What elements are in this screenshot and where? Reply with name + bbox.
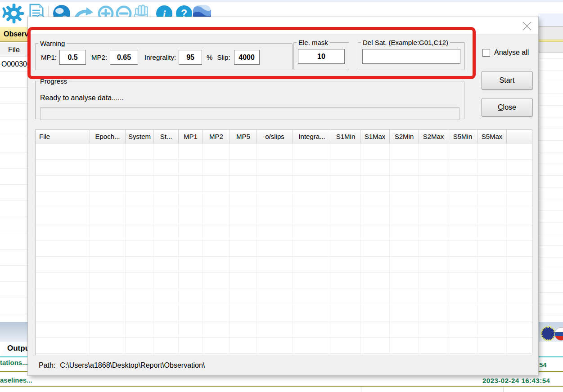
list-row-separator (538, 105, 563, 106)
close-button-rest: lose (503, 103, 516, 111)
list-row-separator (538, 234, 563, 234)
column-header-s5min[interactable]: S5Min (448, 130, 477, 143)
path-label: Path: (39, 361, 55, 369)
column-header-mp2[interactable]: MP2 (203, 130, 230, 143)
column-header-mp5[interactable]: MP5 (230, 130, 257, 143)
tab-observation[interactable]: Observ (0, 27, 28, 42)
grid-line (230, 143, 230, 355)
list-row-separator (538, 269, 563, 269)
progress-bar (40, 107, 459, 120)
slip-input[interactable] (234, 50, 260, 65)
checkbox-box[interactable] (482, 49, 490, 57)
list-row-separator (538, 152, 563, 152)
eu-flag-icon (541, 327, 555, 340)
close-icon[interactable] (520, 19, 534, 33)
column-header-epoch[interactable]: Epoch... (90, 130, 126, 143)
delete-satellite-input[interactable] (362, 49, 460, 64)
list-row-separator (538, 245, 563, 246)
log-line-stations: tations... (0, 359, 28, 366)
progress-group: Progress Ready to analyse data...... (35, 77, 464, 119)
log-row-divider (0, 386, 563, 387)
column-header-oslips[interactable]: o/slips (257, 130, 293, 143)
grid-line (153, 143, 154, 355)
column-header-system[interactable]: System (126, 130, 154, 143)
settings-gear-icon[interactable] (4, 3, 24, 24)
analyse-all-label: Analyse all (494, 49, 529, 57)
column-header-st[interactable]: St... (154, 130, 179, 143)
list-row-separator (0, 120, 28, 120)
analyse-all-checkbox[interactable]: Analyse all (482, 49, 529, 57)
list-row-separator (0, 184, 28, 185)
list-row-separator (0, 217, 28, 217)
column-header-s2min[interactable]: S2Min (390, 130, 419, 143)
log-row-divider (0, 371, 28, 372)
column-header-s1min[interactable]: S1Min (331, 130, 360, 143)
list-row-separator (538, 70, 563, 71)
log-line-baselines: aselines... (0, 376, 32, 384)
list-row-separator (538, 210, 563, 211)
list-row-separator (538, 94, 563, 94)
tab-output[interactable]: Output (0, 342, 28, 356)
column-header-mp1[interactable]: MP1 (179, 130, 203, 143)
elevation-mask-group: Ele. mask (293, 39, 349, 70)
mp2-input[interactable] (110, 50, 138, 65)
inregrality-input[interactable] (179, 50, 202, 65)
right-menu-band (538, 13, 563, 26)
path-value: C:\Users\a1868\Desktop\Report\Observatio… (60, 361, 205, 369)
mp1-input[interactable] (59, 50, 86, 65)
warning-group: Warning MP1: MP2: Inregrality: % Slip: (35, 40, 293, 70)
list-row-separator (0, 152, 28, 152)
results-table-body (36, 143, 532, 355)
column-header-s2max[interactable]: S2Max (419, 130, 448, 143)
warning-group-title: Warning (38, 40, 67, 47)
list-row-separator (0, 233, 28, 233)
list-row-separator (538, 222, 563, 223)
list-row-separator (538, 316, 563, 316)
list-row-separator (0, 314, 28, 314)
list-row-separator (538, 129, 563, 129)
log-timestamp: 2023-02-24 16:43:54 (482, 377, 550, 384)
list-row-separator (0, 298, 28, 298)
right-gray-band (538, 27, 563, 40)
list-row-separator (0, 87, 28, 88)
list-row-separator (538, 199, 563, 199)
grid-line (389, 143, 390, 355)
list-row-separator (0, 200, 28, 201)
list-row-separator (538, 117, 563, 117)
grid-line (419, 143, 419, 355)
column-header-s5max[interactable]: S5Max (477, 130, 507, 143)
left-status-band (0, 322, 28, 342)
results-table-header: FileEpoch...SystemSt...MP1MP2MP5o/slipsI… (36, 130, 532, 143)
start-button[interactable]: Start (482, 71, 532, 90)
grid-line (257, 143, 257, 355)
percent-label: % (207, 53, 212, 61)
list-row-separator (538, 175, 563, 176)
list-row-separator (538, 304, 563, 304)
progress-status-text: Ready to analyse data...... (40, 94, 124, 102)
dialog-titlebar (28, 17, 538, 34)
log-column-divider (503, 387, 504, 392)
list-row-separator (0, 281, 28, 282)
file-column-header[interactable]: File (0, 43, 28, 57)
mp2-label: MP2: (91, 53, 107, 61)
list-row-separator (0, 168, 28, 169)
list-row-separator (538, 140, 563, 141)
inregrality-label: Inregrality: (144, 53, 176, 61)
list-row-separator (538, 58, 563, 59)
panel-divider (0, 356, 28, 357)
column-header-integra[interactable]: Integra... (293, 130, 331, 143)
close-button-prefix: C (498, 103, 503, 111)
timestamp-fragment: 54 (539, 361, 547, 369)
slip-label: Slip: (217, 53, 230, 61)
close-button[interactable]: Close (482, 98, 532, 117)
column-header-s1max[interactable]: S1Max (360, 130, 390, 143)
list-row-separator (538, 257, 563, 258)
grid-line (293, 143, 293, 355)
grid-line (506, 143, 507, 355)
list-row-separator (0, 103, 28, 104)
column-header-file[interactable]: File (36, 130, 90, 143)
output-log-strip: aselines... 2023-02-24 16:43:54 (0, 375, 563, 392)
file-list-row[interactable]: O000300 (0, 57, 28, 71)
elevation-mask-input[interactable] (298, 49, 345, 64)
list-row-separator (0, 249, 28, 249)
